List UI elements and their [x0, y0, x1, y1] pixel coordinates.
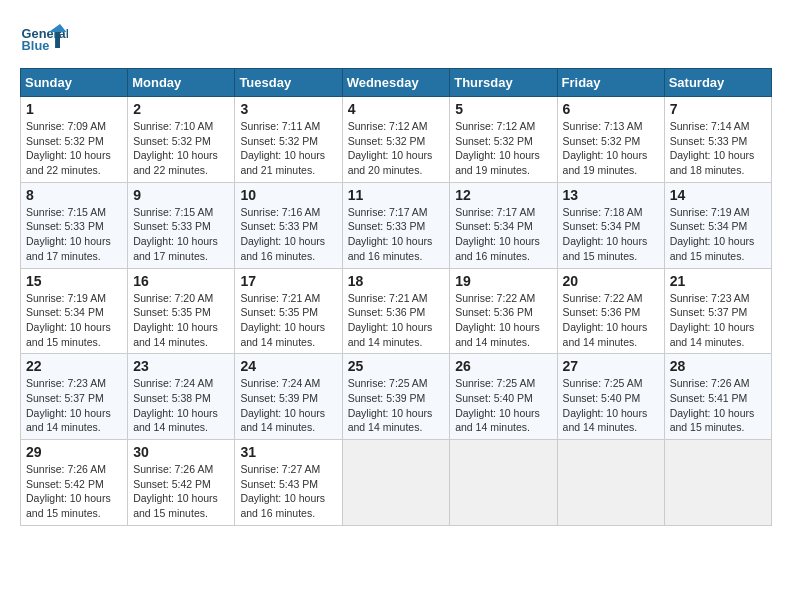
calendar-day-cell: 17Sunrise: 7:21 AMSunset: 5:35 PMDayligh… [235, 268, 342, 354]
day-info: Sunrise: 7:15 AMSunset: 5:33 PMDaylight:… [26, 205, 122, 264]
calendar-week-row: 22Sunrise: 7:23 AMSunset: 5:37 PMDayligh… [21, 354, 772, 440]
day-number: 12 [455, 187, 551, 203]
day-info: Sunrise: 7:23 AMSunset: 5:37 PMDaylight:… [670, 291, 766, 350]
day-of-week-header: Tuesday [235, 69, 342, 97]
day-number: 28 [670, 358, 766, 374]
day-of-week-header: Monday [128, 69, 235, 97]
day-info: Sunrise: 7:20 AMSunset: 5:35 PMDaylight:… [133, 291, 229, 350]
day-number: 14 [670, 187, 766, 203]
day-info: Sunrise: 7:12 AMSunset: 5:32 PMDaylight:… [348, 119, 445, 178]
calendar-week-row: 1Sunrise: 7:09 AMSunset: 5:32 PMDaylight… [21, 97, 772, 183]
calendar-day-cell: 1Sunrise: 7:09 AMSunset: 5:32 PMDaylight… [21, 97, 128, 183]
calendar-day-cell: 2Sunrise: 7:10 AMSunset: 5:32 PMDaylight… [128, 97, 235, 183]
day-number: 21 [670, 273, 766, 289]
calendar-day-cell: 8Sunrise: 7:15 AMSunset: 5:33 PMDaylight… [21, 182, 128, 268]
calendar-day-cell: 21Sunrise: 7:23 AMSunset: 5:37 PMDayligh… [664, 268, 771, 354]
calendar-day-cell: 9Sunrise: 7:15 AMSunset: 5:33 PMDaylight… [128, 182, 235, 268]
day-info: Sunrise: 7:25 AMSunset: 5:39 PMDaylight:… [348, 376, 445, 435]
calendar-day-cell: 14Sunrise: 7:19 AMSunset: 5:34 PMDayligh… [664, 182, 771, 268]
day-number: 15 [26, 273, 122, 289]
day-number: 11 [348, 187, 445, 203]
calendar-day-cell: 25Sunrise: 7:25 AMSunset: 5:39 PMDayligh… [342, 354, 450, 440]
day-number: 4 [348, 101, 445, 117]
calendar-week-row: 8Sunrise: 7:15 AMSunset: 5:33 PMDaylight… [21, 182, 772, 268]
day-number: 25 [348, 358, 445, 374]
calendar-day-cell: 30Sunrise: 7:26 AMSunset: 5:42 PMDayligh… [128, 440, 235, 526]
day-of-week-header: Friday [557, 69, 664, 97]
day-number: 8 [26, 187, 122, 203]
day-info: Sunrise: 7:15 AMSunset: 5:33 PMDaylight:… [133, 205, 229, 264]
day-number: 26 [455, 358, 551, 374]
day-info: Sunrise: 7:11 AMSunset: 5:32 PMDaylight:… [240, 119, 336, 178]
day-info: Sunrise: 7:21 AMSunset: 5:35 PMDaylight:… [240, 291, 336, 350]
day-info: Sunrise: 7:27 AMSunset: 5:43 PMDaylight:… [240, 462, 336, 521]
page-header: General Blue [20, 20, 772, 60]
day-info: Sunrise: 7:17 AMSunset: 5:34 PMDaylight:… [455, 205, 551, 264]
day-number: 27 [563, 358, 659, 374]
calendar-day-cell: 13Sunrise: 7:18 AMSunset: 5:34 PMDayligh… [557, 182, 664, 268]
day-number: 13 [563, 187, 659, 203]
day-info: Sunrise: 7:19 AMSunset: 5:34 PMDaylight:… [26, 291, 122, 350]
day-info: Sunrise: 7:17 AMSunset: 5:33 PMDaylight:… [348, 205, 445, 264]
day-number: 20 [563, 273, 659, 289]
day-info: Sunrise: 7:13 AMSunset: 5:32 PMDaylight:… [563, 119, 659, 178]
day-number: 23 [133, 358, 229, 374]
day-number: 9 [133, 187, 229, 203]
logo: General Blue [20, 20, 72, 60]
calendar-day-cell: 5Sunrise: 7:12 AMSunset: 5:32 PMDaylight… [450, 97, 557, 183]
day-info: Sunrise: 7:22 AMSunset: 5:36 PMDaylight:… [563, 291, 659, 350]
day-info: Sunrise: 7:14 AMSunset: 5:33 PMDaylight:… [670, 119, 766, 178]
calendar-day-cell: 18Sunrise: 7:21 AMSunset: 5:36 PMDayligh… [342, 268, 450, 354]
day-info: Sunrise: 7:18 AMSunset: 5:34 PMDaylight:… [563, 205, 659, 264]
calendar-day-cell [450, 440, 557, 526]
calendar-day-cell: 4Sunrise: 7:12 AMSunset: 5:32 PMDaylight… [342, 97, 450, 183]
calendar-day-cell [557, 440, 664, 526]
day-info: Sunrise: 7:25 AMSunset: 5:40 PMDaylight:… [563, 376, 659, 435]
day-info: Sunrise: 7:12 AMSunset: 5:32 PMDaylight:… [455, 119, 551, 178]
day-info: Sunrise: 7:23 AMSunset: 5:37 PMDaylight:… [26, 376, 122, 435]
svg-marker-3 [55, 32, 60, 48]
calendar-day-cell: 22Sunrise: 7:23 AMSunset: 5:37 PMDayligh… [21, 354, 128, 440]
logo-icon: General Blue [20, 20, 68, 60]
day-number: 1 [26, 101, 122, 117]
day-of-week-header: Saturday [664, 69, 771, 97]
calendar-day-cell: 24Sunrise: 7:24 AMSunset: 5:39 PMDayligh… [235, 354, 342, 440]
day-of-week-header: Wednesday [342, 69, 450, 97]
day-number: 6 [563, 101, 659, 117]
calendar-day-cell: 10Sunrise: 7:16 AMSunset: 5:33 PMDayligh… [235, 182, 342, 268]
calendar-day-cell: 3Sunrise: 7:11 AMSunset: 5:32 PMDaylight… [235, 97, 342, 183]
day-number: 16 [133, 273, 229, 289]
calendar-day-cell: 15Sunrise: 7:19 AMSunset: 5:34 PMDayligh… [21, 268, 128, 354]
day-number: 5 [455, 101, 551, 117]
calendar-day-cell: 29Sunrise: 7:26 AMSunset: 5:42 PMDayligh… [21, 440, 128, 526]
calendar-day-cell: 11Sunrise: 7:17 AMSunset: 5:33 PMDayligh… [342, 182, 450, 268]
day-info: Sunrise: 7:16 AMSunset: 5:33 PMDaylight:… [240, 205, 336, 264]
day-info: Sunrise: 7:19 AMSunset: 5:34 PMDaylight:… [670, 205, 766, 264]
day-of-week-header: Thursday [450, 69, 557, 97]
day-info: Sunrise: 7:21 AMSunset: 5:36 PMDaylight:… [348, 291, 445, 350]
day-number: 29 [26, 444, 122, 460]
calendar-day-cell: 12Sunrise: 7:17 AMSunset: 5:34 PMDayligh… [450, 182, 557, 268]
day-info: Sunrise: 7:24 AMSunset: 5:38 PMDaylight:… [133, 376, 229, 435]
day-number: 7 [670, 101, 766, 117]
day-info: Sunrise: 7:10 AMSunset: 5:32 PMDaylight:… [133, 119, 229, 178]
day-number: 18 [348, 273, 445, 289]
day-info: Sunrise: 7:25 AMSunset: 5:40 PMDaylight:… [455, 376, 551, 435]
day-number: 30 [133, 444, 229, 460]
calendar-day-cell: 31Sunrise: 7:27 AMSunset: 5:43 PMDayligh… [235, 440, 342, 526]
calendar-day-cell: 23Sunrise: 7:24 AMSunset: 5:38 PMDayligh… [128, 354, 235, 440]
calendar-week-row: 15Sunrise: 7:19 AMSunset: 5:34 PMDayligh… [21, 268, 772, 354]
day-number: 24 [240, 358, 336, 374]
calendar-day-cell: 20Sunrise: 7:22 AMSunset: 5:36 PMDayligh… [557, 268, 664, 354]
calendar-day-cell: 7Sunrise: 7:14 AMSunset: 5:33 PMDaylight… [664, 97, 771, 183]
day-number: 10 [240, 187, 336, 203]
calendar-week-row: 29Sunrise: 7:26 AMSunset: 5:42 PMDayligh… [21, 440, 772, 526]
day-number: 22 [26, 358, 122, 374]
day-info: Sunrise: 7:09 AMSunset: 5:32 PMDaylight:… [26, 119, 122, 178]
day-info: Sunrise: 7:24 AMSunset: 5:39 PMDaylight:… [240, 376, 336, 435]
calendar-day-cell: 28Sunrise: 7:26 AMSunset: 5:41 PMDayligh… [664, 354, 771, 440]
calendar-day-cell: 6Sunrise: 7:13 AMSunset: 5:32 PMDaylight… [557, 97, 664, 183]
calendar-day-cell: 16Sunrise: 7:20 AMSunset: 5:35 PMDayligh… [128, 268, 235, 354]
day-number: 3 [240, 101, 336, 117]
day-number: 2 [133, 101, 229, 117]
